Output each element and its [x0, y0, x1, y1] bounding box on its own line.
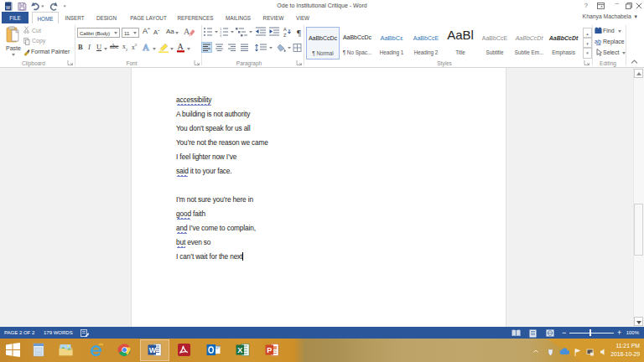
- svg-text:X: X: [237, 346, 242, 354]
- svg-text:A: A: [143, 42, 149, 52]
- svg-text:W: W: [149, 346, 157, 354]
- svg-text:Z: Z: [283, 33, 287, 38]
- svg-text:P: P: [267, 346, 272, 354]
- svg-text:A: A: [178, 42, 184, 51]
- svg-text:A: A: [283, 27, 287, 32]
- svg-text:3: 3: [220, 34, 222, 37]
- svg-text:¶: ¶: [297, 28, 301, 37]
- svg-text:ab: ab: [595, 39, 601, 44]
